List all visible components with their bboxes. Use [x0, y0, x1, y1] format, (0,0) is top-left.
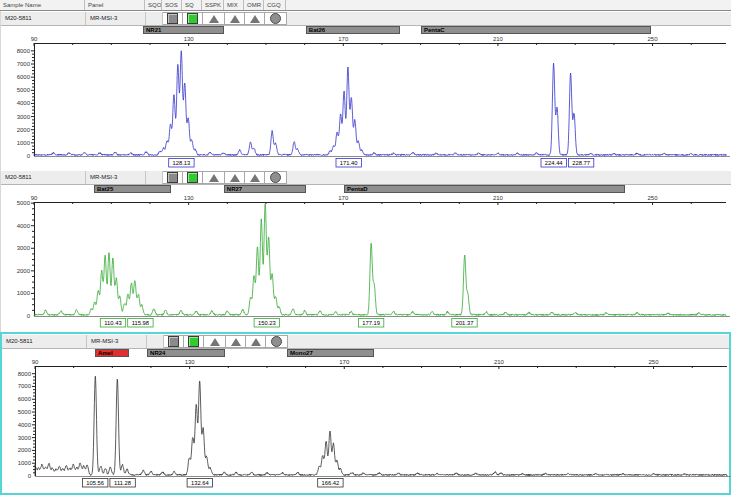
- y-zero-label: 0: [28, 473, 32, 479]
- y-tick-label: 5000: [17, 87, 31, 93]
- allele-label-text: 115.98: [132, 320, 149, 326]
- sqo-flag-cell: [146, 12, 163, 25]
- y-tick-label: 3000: [17, 114, 31, 120]
- y-tick-label: 8000: [17, 48, 31, 54]
- marker-bar-label: NR21: [146, 27, 161, 33]
- allele-call-label[interactable]: 111.28: [110, 479, 135, 488]
- sos-flag-cell[interactable]: [163, 12, 183, 25]
- y-tick-label: 3000: [18, 435, 32, 441]
- mix-flag-cell[interactable]: [226, 335, 246, 348]
- sos-flag-cell[interactable]: [163, 171, 183, 184]
- marker-bar-bat25[interactable]: Bat25: [94, 185, 171, 193]
- marker-bar-label: PentaC: [424, 27, 445, 33]
- panel-name-cell: MR-MSI-3: [87, 335, 147, 348]
- sspk-flag-cell[interactable]: [203, 12, 225, 25]
- y-tick-label: 7000: [18, 383, 32, 389]
- mix-flag-cell[interactable]: [225, 12, 245, 25]
- sq-flag-icon: [187, 172, 198, 183]
- sos-flag-icon: [168, 336, 179, 347]
- allele-call-label[interactable]: 201.37: [452, 319, 477, 328]
- electropherogram-plot[interactable]: 9013017021025010002000300040005000600070…: [2, 358, 731, 489]
- marker-bar-pentac[interactable]: PentaC: [421, 26, 651, 34]
- y-tick-label: 1000: [17, 290, 31, 296]
- allele-label-text: 110.43: [104, 320, 121, 326]
- sq-flag-cell[interactable]: [183, 12, 203, 25]
- allele-call-label[interactable]: 228.77: [568, 159, 593, 168]
- allele-label-text: 177.19: [362, 320, 380, 326]
- sos-flag-cell[interactable]: [164, 335, 184, 348]
- y-tick-label: 1000: [17, 140, 31, 146]
- sq-flag-cell[interactable]: [183, 171, 203, 184]
- mix-flag-icon: [230, 174, 240, 182]
- x-tick-label: 250: [648, 36, 659, 42]
- y-tick-label: 2000: [17, 268, 31, 274]
- marker-bar-label: NR27: [227, 186, 242, 192]
- sos-flag-icon: [167, 172, 178, 183]
- x-tick-label: 90: [31, 36, 38, 42]
- omr-flag-cell[interactable]: [245, 171, 265, 184]
- marker-bar-label: Bat26: [309, 27, 325, 33]
- cgq-flag-icon: [270, 172, 281, 183]
- sq-flag-cell[interactable]: [184, 335, 204, 348]
- sspk-flag-icon: [209, 15, 219, 23]
- allele-call-label[interactable]: 128.13: [169, 159, 194, 168]
- y-tick-label: 6000: [18, 396, 32, 402]
- electropherogram-plot[interactable]: 9013017021025010002000300040005000600070…: [1, 35, 731, 169]
- allele-call-label[interactable]: 115.98: [128, 319, 153, 328]
- col-cgq: CGQ: [264, 0, 286, 10]
- quality-flags: [146, 12, 287, 25]
- sspk-flag-icon: [210, 338, 220, 346]
- marker-bar-row: AmelNR24Mono27: [2, 349, 729, 358]
- col-sample-name: Sample Name: [0, 0, 85, 10]
- allele-label-text: 166.42: [322, 480, 340, 486]
- sample-block-black-dye-selected[interactable]: M20-5811 MR-MSI-3 AmelNR24Mono27 9013017…: [0, 332, 731, 495]
- marker-bar-pentad[interactable]: PentaD: [344, 185, 625, 193]
- marker-bar-amel[interactable]: Amel: [95, 349, 129, 357]
- cgq-flag-cell[interactable]: [265, 171, 287, 184]
- row-filler: [287, 12, 731, 25]
- electropherogram-green[interactable]: 90130170210250100020003000400050000110.4…: [1, 194, 731, 329]
- allele-call-label[interactable]: 132.64: [187, 479, 212, 488]
- x-tick-label: 130: [184, 36, 195, 42]
- y-tick-label: 4000: [18, 422, 32, 428]
- x-tick-label: 210: [493, 195, 504, 201]
- col-sos: SOS: [162, 0, 182, 10]
- col-mix: MIX: [224, 0, 244, 10]
- row-filler: [287, 171, 731, 184]
- header-filler: [286, 0, 731, 10]
- sspk-flag-cell[interactable]: [204, 335, 226, 348]
- y-zero-label: 0: [27, 153, 31, 159]
- cgq-flag-cell[interactable]: [266, 335, 288, 348]
- allele-label-text: 201.37: [456, 320, 474, 326]
- marker-bar-nr24[interactable]: NR24: [147, 349, 225, 357]
- electropherogram-blue[interactable]: 9013017021025010002000300040005000600070…: [1, 35, 731, 169]
- electropherogram-black[interactable]: 9013017021025010002000300040005000600070…: [2, 358, 729, 489]
- sspk-flag-icon: [209, 174, 219, 182]
- allele-label-text: 128.13: [173, 160, 191, 166]
- allele-label-text: 171.40: [340, 160, 358, 166]
- marker-bar-nr21[interactable]: NR21: [143, 26, 224, 34]
- y-tick-label: 2000: [18, 447, 32, 453]
- marker-bar-mono27[interactable]: Mono27: [287, 349, 374, 357]
- mix-flag-cell[interactable]: [225, 171, 245, 184]
- table-header: Sample Name Panel SQO SOS SQ SSPK MIX OM…: [0, 0, 731, 11]
- marker-bar-nr27[interactable]: NR27: [224, 185, 306, 193]
- trace-line: [34, 204, 726, 316]
- marker-bar-bat26[interactable]: Bat26: [306, 26, 401, 34]
- allele-call-label[interactable]: 110.43: [100, 319, 125, 328]
- allele-call-label[interactable]: 224.44: [541, 159, 566, 168]
- cgq-flag-cell[interactable]: [265, 12, 287, 25]
- sos-flag-icon: [167, 13, 178, 24]
- omr-flag-cell[interactable]: [245, 12, 265, 25]
- y-tick-label: 2000: [17, 127, 31, 133]
- allele-call-label[interactable]: 177.19: [358, 319, 383, 328]
- omr-flag-cell[interactable]: [246, 335, 266, 348]
- allele-call-label[interactable]: 150.23: [254, 319, 279, 328]
- allele-call-label[interactable]: 166.42: [318, 479, 343, 488]
- sq-flag-icon: [188, 336, 199, 347]
- col-sqo: SQO: [145, 0, 162, 10]
- allele-call-label[interactable]: 105.56: [83, 479, 108, 488]
- electropherogram-plot[interactable]: 90130170210250100020003000400050000110.4…: [1, 194, 731, 329]
- allele-call-label[interactable]: 171.40: [336, 159, 361, 168]
- sspk-flag-cell[interactable]: [203, 171, 225, 184]
